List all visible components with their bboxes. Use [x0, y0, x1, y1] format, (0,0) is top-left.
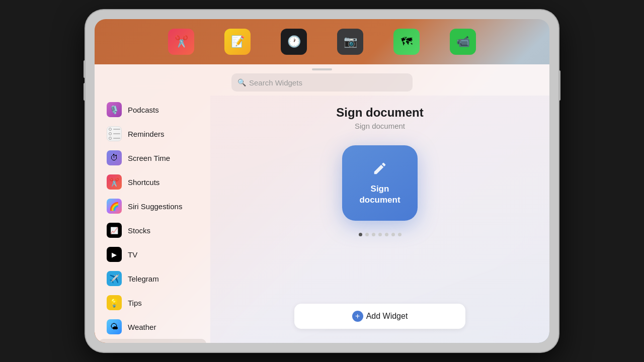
- page-indicators: [359, 233, 401, 236]
- page-dot-2[interactable]: [365, 233, 369, 236]
- ipad-frame: ✂️ 📝 🕐 📷 🗺 📹: [86, 10, 558, 352]
- podcasts-label: Podcasts: [128, 106, 159, 114]
- widget-title: Sign document: [336, 106, 423, 120]
- telegram-icon: ✈️: [107, 271, 122, 286]
- page-dot-3[interactable]: [372, 233, 375, 236]
- sign-pen-icon: [372, 161, 387, 179]
- sidebar-item-podcasts[interactable]: 🎙️ Podcasts: [99, 98, 206, 122]
- page-dot-1[interactable]: [359, 233, 362, 236]
- search-bar[interactable]: 🔍 Search Widgets: [231, 73, 413, 92]
- sidebar-item-telegram[interactable]: ✈️ Telegram: [99, 266, 206, 291]
- stocks-label: Stocks: [128, 226, 150, 235]
- sidebar-item-screentime[interactable]: ⏱ Screen Time: [99, 146, 206, 170]
- add-widget-button[interactable]: + Add Widget: [294, 304, 465, 329]
- shortcuts-icon: ✂️: [107, 174, 122, 190]
- home-notes-icon[interactable]: 📝: [224, 29, 251, 55]
- widget-panel: 🔍 Search Widgets 🎙️ Podcasts: [95, 64, 549, 343]
- sidebar-item-stocks[interactable]: 📈 Stocks: [99, 218, 206, 242]
- reminders-label: Reminders: [128, 130, 165, 138]
- page-dot-6[interactable]: [391, 233, 395, 236]
- telegram-label: Telegram: [128, 275, 159, 283]
- sidebar-item-weather[interactable]: 🌤 Weather: [99, 315, 206, 339]
- page-dot-7[interactable]: [398, 233, 401, 236]
- search-icon: 🔍: [237, 78, 246, 86]
- tv-icon: ▶: [107, 247, 122, 262]
- wallpaper: ✂️ 📝 🕐 📷 🗺 📹: [95, 19, 549, 343]
- home-screen-icons: ✂️ 📝 🕐 📷 🗺 📹: [95, 19, 549, 64]
- panel-body: 🎙️ Podcasts: [95, 96, 549, 343]
- home-clock-icon[interactable]: 🕐: [281, 29, 307, 55]
- sidebar: 🎙️ Podcasts: [95, 96, 210, 343]
- ipad-screen: ✂️ 📝 🕐 📷 🗺 📹: [95, 19, 549, 343]
- plus-icon: +: [352, 311, 363, 322]
- siri-icon: 🌈: [107, 199, 122, 214]
- home-facetime-icon[interactable]: 📹: [450, 29, 476, 55]
- sidebar-item-shortcuts[interactable]: ✂️ Shortcuts: [99, 170, 206, 194]
- page-dot-5[interactable]: [385, 233, 388, 236]
- drag-handle[interactable]: [312, 68, 332, 70]
- widget-preview-card[interactable]: Signdocument: [342, 145, 418, 221]
- screentime-label: Screen Time: [128, 154, 170, 162]
- sidebar-item-tv[interactable]: ▶ TV: [99, 242, 206, 266]
- shortcuts-label: Shortcuts: [128, 178, 159, 187]
- home-shortcuts-icon[interactable]: ✂️: [168, 29, 194, 55]
- siri-label: Siri Suggestions: [128, 202, 182, 211]
- home-maps-icon[interactable]: 🗺: [393, 29, 420, 55]
- sidebar-item-tips[interactable]: 💡 Tips: [99, 291, 206, 315]
- side-button[interactable]: [558, 70, 560, 101]
- sidebar-item-reminders[interactable]: Reminders: [99, 122, 206, 146]
- page-dot-4[interactable]: [378, 233, 382, 236]
- stocks-icon: 📈: [107, 223, 122, 238]
- tv-label: TV: [128, 250, 137, 259]
- weather-label: Weather: [128, 323, 156, 331]
- sidebar-item-zohosign[interactable]: ✍️ Zoho Sign: [99, 339, 206, 343]
- reminders-icon: [107, 126, 122, 141]
- weather-icon: 🌤: [107, 319, 122, 334]
- search-input[interactable]: Search Widgets: [249, 78, 302, 87]
- content-area: Sign document Sign document Signdocument: [210, 96, 549, 343]
- podcasts-icon: 🎙️: [107, 102, 122, 117]
- volume-up-button[interactable]: [84, 60, 86, 78]
- widget-subtitle: Sign document: [355, 122, 405, 130]
- tips-icon: 💡: [107, 295, 122, 310]
- home-camera-icon[interactable]: 📷: [337, 29, 363, 55]
- volume-down-button[interactable]: [84, 83, 86, 101]
- tips-label: Tips: [128, 299, 142, 307]
- screentime-icon: ⏱: [107, 150, 122, 165]
- sidebar-item-siri[interactable]: 🌈 Siri Suggestions: [99, 194, 206, 218]
- widget-card-text: Signdocument: [359, 184, 400, 205]
- add-widget-label: Add Widget: [366, 312, 408, 321]
